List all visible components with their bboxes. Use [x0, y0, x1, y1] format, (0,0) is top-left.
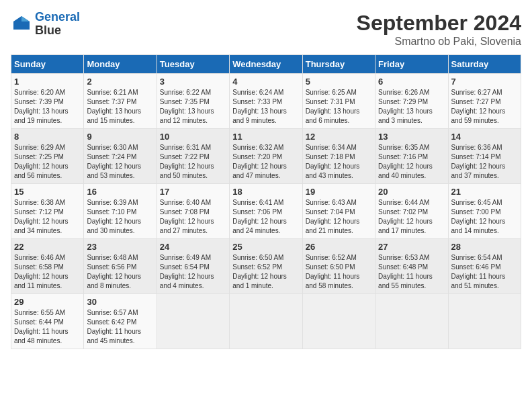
calendar-week-2: 8Sunrise: 6:29 AMSunset: 7:25 PMDaylight…: [11, 129, 521, 184]
svg-marker-1: [21, 16, 30, 21]
logo: GeneralBlue: [11, 11, 80, 38]
table-row: [157, 294, 229, 349]
month-title: September 2024: [357, 11, 521, 36]
table-row: 9Sunrise: 6:30 AMSunset: 7:24 PMDaylight…: [84, 129, 157, 184]
table-row: 2Sunrise: 6:21 AMSunset: 7:37 PMDaylight…: [84, 74, 157, 129]
table-row: 1Sunrise: 6:20 AMSunset: 7:39 PMDaylight…: [11, 74, 84, 129]
table-row: [448, 294, 521, 349]
calendar-week-4: 22Sunrise: 6:46 AMSunset: 6:58 PMDayligh…: [11, 239, 521, 294]
calendar-week-3: 15Sunrise: 6:38 AMSunset: 7:12 PMDayligh…: [11, 184, 521, 239]
table-row: 7Sunrise: 6:27 AMSunset: 7:27 PMDaylight…: [448, 74, 521, 129]
table-row: [302, 294, 375, 349]
table-row: 10Sunrise: 6:31 AMSunset: 7:22 PMDayligh…: [157, 129, 229, 184]
table-row: 14Sunrise: 6:36 AMSunset: 7:14 PMDayligh…: [448, 129, 521, 184]
table-row: 27Sunrise: 6:53 AMSunset: 6:48 PMDayligh…: [375, 239, 448, 294]
location: Smartno ob Paki, Slovenia: [357, 36, 521, 48]
header-thursday: Thursday: [302, 55, 375, 74]
calendar-body: 1Sunrise: 6:20 AMSunset: 7:39 PMDaylight…: [11, 74, 521, 349]
title-block: September 2024 Smartno ob Paki, Slovenia: [357, 11, 521, 48]
table-row: 8Sunrise: 6:29 AMSunset: 7:25 PMDaylight…: [11, 129, 84, 184]
logo-icon: [11, 13, 32, 35]
header-row: Sunday Monday Tuesday Wednesday Thursday…: [11, 55, 521, 74]
page-header: GeneralBlue September 2024 Smartno ob Pa…: [11, 11, 521, 48]
table-row: 11Sunrise: 6:32 AMSunset: 7:20 PMDayligh…: [230, 129, 302, 184]
table-row: 3Sunrise: 6:22 AMSunset: 7:35 PMDaylight…: [157, 74, 229, 129]
table-row: 24Sunrise: 6:49 AMSunset: 6:54 PMDayligh…: [157, 239, 229, 294]
calendar-week-5: 29Sunrise: 6:55 AMSunset: 6:44 PMDayligh…: [11, 294, 521, 349]
header-friday: Friday: [375, 55, 448, 74]
header-tuesday: Tuesday: [157, 55, 229, 74]
table-row: 26Sunrise: 6:52 AMSunset: 6:50 PMDayligh…: [302, 239, 375, 294]
header-monday: Monday: [84, 55, 157, 74]
table-row: 18Sunrise: 6:41 AMSunset: 7:06 PMDayligh…: [230, 184, 302, 239]
table-row: 21Sunrise: 6:45 AMSunset: 7:00 PMDayligh…: [448, 184, 521, 239]
table-row: 13Sunrise: 6:35 AMSunset: 7:16 PMDayligh…: [375, 129, 448, 184]
calendar-week-1: 1Sunrise: 6:20 AMSunset: 7:39 PMDaylight…: [11, 74, 521, 129]
table-row: 29Sunrise: 6:55 AMSunset: 6:44 PMDayligh…: [11, 294, 84, 349]
table-row: 20Sunrise: 6:44 AMSunset: 7:02 PMDayligh…: [375, 184, 448, 239]
table-row: 28Sunrise: 6:54 AMSunset: 6:46 PMDayligh…: [448, 239, 521, 294]
table-row: 16Sunrise: 6:39 AMSunset: 7:10 PMDayligh…: [84, 184, 157, 239]
table-row: 4Sunrise: 6:24 AMSunset: 7:33 PMDaylight…: [230, 74, 302, 129]
table-row: 6Sunrise: 6:26 AMSunset: 7:29 PMDaylight…: [375, 74, 448, 129]
table-row: 19Sunrise: 6:43 AMSunset: 7:04 PMDayligh…: [302, 184, 375, 239]
table-row: 30Sunrise: 6:57 AMSunset: 6:42 PMDayligh…: [84, 294, 157, 349]
table-row: 23Sunrise: 6:48 AMSunset: 6:56 PMDayligh…: [84, 239, 157, 294]
table-row: 22Sunrise: 6:46 AMSunset: 6:58 PMDayligh…: [11, 239, 84, 294]
header-wednesday: Wednesday: [230, 55, 302, 74]
table-row: 5Sunrise: 6:25 AMSunset: 7:31 PMDaylight…: [302, 74, 375, 129]
table-row: [375, 294, 448, 349]
table-row: [230, 294, 302, 349]
table-row: 25Sunrise: 6:50 AMSunset: 6:52 PMDayligh…: [230, 239, 302, 294]
table-row: 15Sunrise: 6:38 AMSunset: 7:12 PMDayligh…: [11, 184, 84, 239]
table-row: 12Sunrise: 6:34 AMSunset: 7:18 PMDayligh…: [302, 129, 375, 184]
logo-text: GeneralBlue: [35, 11, 80, 38]
header-saturday: Saturday: [448, 55, 521, 74]
calendar-header: Sunday Monday Tuesday Wednesday Thursday…: [11, 55, 521, 74]
calendar-table: Sunday Monday Tuesday Wednesday Thursday…: [11, 54, 521, 349]
header-sunday: Sunday: [11, 55, 84, 74]
table-row: 17Sunrise: 6:40 AMSunset: 7:08 PMDayligh…: [157, 184, 229, 239]
